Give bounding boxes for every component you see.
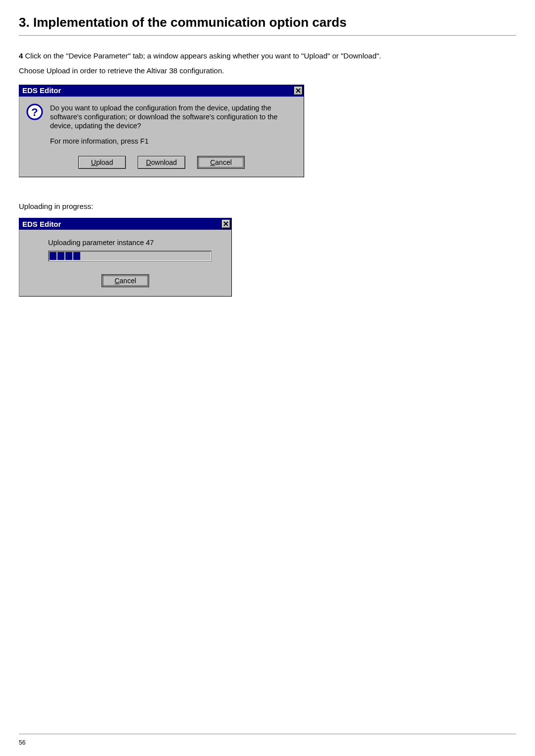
dialog-title: EDS Editor xyxy=(22,86,61,95)
default-button-frame: Cancel xyxy=(197,156,245,169)
divider-bottom xyxy=(19,734,516,734)
close-icon xyxy=(223,221,228,226)
svg-text:?: ? xyxy=(31,106,38,118)
progress-status: Uploading parameter instance 47 xyxy=(48,239,221,247)
uploading-label: Uploading in progress: xyxy=(19,202,516,210)
step-number: 4 xyxy=(19,51,23,60)
progress-segment xyxy=(65,252,72,260)
choose-text: Choose Upload in order to retrieve the A… xyxy=(19,66,516,75)
eds-confirm-dialog: EDS Editor ? Do you want to upload the c… xyxy=(19,85,304,177)
cancel-button[interactable]: Cancel xyxy=(198,157,244,168)
divider-top xyxy=(19,35,516,36)
progress-bar xyxy=(48,251,212,261)
step-text: Click on the "Device Parameter" tab; a w… xyxy=(25,51,381,60)
close-icon xyxy=(296,88,301,93)
cancel-button[interactable]: Cancel xyxy=(103,275,148,286)
page-number: 56 xyxy=(19,739,516,746)
dialog-button-row: Upload Download Cancel xyxy=(26,156,297,169)
dialog-titlebar[interactable]: EDS Editor xyxy=(19,85,304,97)
section-heading: 3. Implementation of the communication o… xyxy=(19,15,516,30)
dialog-message: Do you want to upload the configuration … xyxy=(50,103,297,130)
step-line: 4 Click on the "Device Parameter" tab; a… xyxy=(19,50,516,61)
progress-segment xyxy=(57,252,64,260)
dialog-titlebar[interactable]: EDS Editor xyxy=(19,218,232,230)
progress-segment xyxy=(73,252,80,260)
upload-button[interactable]: Upload xyxy=(78,156,126,169)
eds-progress-dialog: EDS Editor Uploading parameter instance … xyxy=(19,218,232,297)
close-button[interactable] xyxy=(294,86,303,95)
dialog-hint: For more information, press F1 xyxy=(50,137,297,145)
dialog-title: EDS Editor xyxy=(22,220,61,228)
default-button-frame: Cancel xyxy=(102,274,149,287)
close-button[interactable] xyxy=(221,219,230,228)
download-button[interactable]: Download xyxy=(138,156,185,169)
question-icon: ? xyxy=(26,103,43,120)
progress-segment xyxy=(50,252,56,260)
